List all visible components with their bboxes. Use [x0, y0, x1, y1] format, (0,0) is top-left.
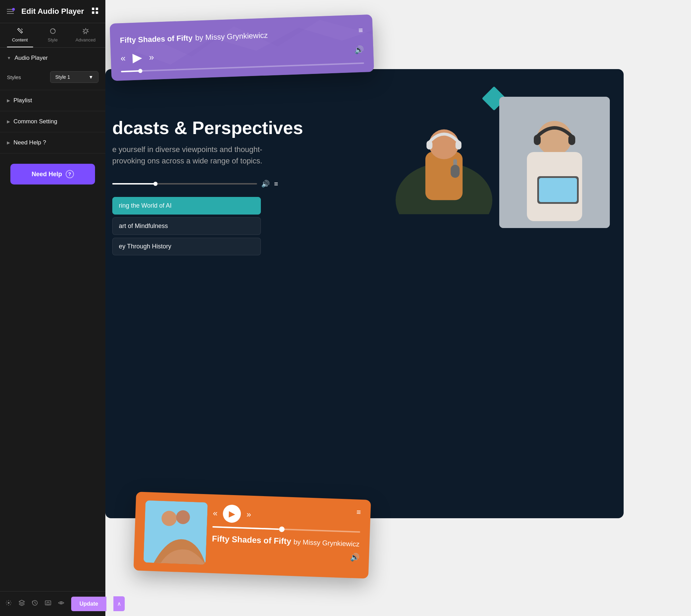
advanced-tab-label: Advanced: [76, 37, 96, 42]
need-help-section: ▶ Need Help ?: [0, 132, 105, 153]
need-help-arrow: ▶: [7, 140, 10, 145]
history-icon[interactable]: [32, 600, 38, 608]
orange-progress-fill: [212, 526, 279, 530]
play-button[interactable]: ▶: [132, 50, 142, 65]
need-help-btn-label: Need Help: [31, 171, 62, 178]
style-tab-label: Style: [48, 37, 58, 42]
playlist-item[interactable]: art of Mindfulness: [112, 217, 261, 235]
svg-rect-22: [92, 11, 94, 14]
common-setting-section: ▶ Common Setting: [0, 111, 105, 132]
tab-style[interactable]: Style: [36, 23, 69, 47]
svg-rect-4: [455, 141, 461, 150]
svg-rect-20: [92, 8, 94, 10]
layers-icon[interactable]: [19, 600, 25, 608]
svg-rect-10: [534, 135, 541, 145]
playlist-section-label: Playlist: [13, 97, 32, 104]
purple-menu-icon[interactable]: ≡: [358, 26, 363, 35]
playlist-toggle-icon[interactable]: ≡: [274, 180, 278, 188]
tab-content[interactable]: Content: [3, 23, 36, 47]
tab-advanced[interactable]: Advanced: [69, 23, 102, 47]
svg-rect-6: [451, 165, 460, 178]
playlist-container: ring the World of AI art of Mindfulness …: [112, 197, 261, 258]
svg-rect-3: [426, 141, 432, 150]
settings-icon[interactable]: [6, 600, 12, 608]
volume-button[interactable]: 🔊: [354, 45, 364, 55]
dropdown-arrow: ▼: [88, 74, 93, 80]
content-tab-label: Content: [12, 37, 28, 42]
sidebar: Edit Audio Player Content: [0, 0, 105, 616]
orange-play-button[interactable]: ▶: [223, 504, 242, 523]
playlist-arrow: ▶: [7, 98, 10, 103]
svg-point-25: [8, 602, 10, 604]
audio-player-section-header[interactable]: ▼ Audio Player: [0, 48, 105, 68]
purple-player-card: ≡ Fifty Shades of Fifty by Missy Grynkie…: [110, 15, 374, 81]
orange-player-card: ≡ « ▶ » Fifty Shades of Fifty by Missy G…: [133, 492, 371, 579]
styles-row: Styles Style 1 ▼: [7, 71, 98, 83]
podcast-title: dcasts & Perspectives: [112, 117, 303, 138]
podcast-subtitle: e yourself in diverse viewpoints and tho…: [112, 144, 285, 167]
orange-progress-bar[interactable]: [212, 526, 360, 533]
sidebar-bottom-toolbar: Update ∧: [0, 591, 105, 616]
advanced-tab-icon: [83, 28, 89, 36]
need-help-question-icon: ?: [66, 170, 74, 178]
svg-rect-21: [96, 8, 98, 10]
need-help-section-header[interactable]: ▶ Need Help ?: [0, 132, 105, 153]
need-help-button[interactable]: Need Help ?: [10, 164, 95, 184]
svg-rect-11: [568, 135, 575, 145]
dark-content-area: dcasts & Perspectives e yourself in dive…: [105, 69, 624, 518]
audio-player-arrow: ▼: [7, 56, 11, 60]
svg-rect-27: [45, 601, 51, 605]
common-setting-arrow: ▶: [7, 119, 10, 124]
podcast-text-area: dcasts & Perspectives e yourself in dive…: [112, 117, 303, 177]
styles-dropdown[interactable]: Style 1 ▼: [50, 71, 98, 83]
hamburger-menu-icon[interactable]: [7, 9, 14, 14]
svg-rect-23: [96, 11, 98, 14]
orange-volume-icon[interactable]: 🔊: [211, 548, 360, 562]
orange-controls-row: « ▶ »: [212, 504, 361, 527]
playlist-section: ▶ Playlist: [0, 90, 105, 111]
svg-rect-28: [47, 602, 49, 605]
sidebar-tabs: Content Style Advanced: [0, 23, 105, 48]
sidebar-header: Edit Audio Player: [0, 0, 105, 23]
person-left-image: [396, 97, 492, 214]
audio-player-section-label: Audio Player: [15, 55, 48, 61]
orange-track-title: Fifty Shades of Fifty by Missy Grynkiewi…: [212, 533, 360, 549]
orange-album-art: [143, 500, 208, 565]
styles-label: Styles: [7, 74, 21, 80]
orange-progress-dot: [279, 527, 285, 532]
audio-player-section: ▼ Audio Player Styles Style 1 ▼: [0, 48, 105, 90]
playlist-item[interactable]: ey Through History: [112, 238, 261, 255]
progress-fill: [112, 183, 156, 184]
purple-controls: « ▶ » 🔊: [120, 42, 364, 66]
content-tab-icon: [17, 28, 23, 36]
orange-player-info: ≡ « ▶ » Fifty Shades of Fifty by Missy G…: [211, 503, 361, 562]
playlist-section-header[interactable]: ▶ Playlist: [0, 90, 105, 111]
forward-button[interactable]: »: [149, 51, 154, 62]
audio-player-section-content: Styles Style 1 ▼: [0, 71, 105, 90]
style-tab-icon: [50, 28, 56, 36]
svg-rect-13: [539, 178, 577, 202]
common-setting-section-header[interactable]: ▶ Common Setting: [0, 111, 105, 132]
orange-menu-icon[interactable]: ≡: [356, 508, 361, 517]
sidebar-title: Edit Audio Player: [21, 7, 84, 16]
common-setting-label: Common Setting: [13, 118, 57, 125]
grid-icon[interactable]: [92, 7, 98, 16]
rewind-button[interactable]: «: [120, 53, 126, 63]
person-right-image: [499, 97, 610, 228]
playlist-item[interactable]: ring the World of AI: [112, 197, 261, 215]
svg-point-29: [60, 602, 62, 604]
audio-progress-area[interactable]: 🔊 ≡: [112, 180, 278, 188]
volume-icon[interactable]: 🔊: [261, 180, 270, 188]
responsive-icon[interactable]: [45, 600, 51, 608]
eye-icon[interactable]: [58, 600, 64, 608]
update-chevron-button[interactable]: ∧: [113, 596, 125, 611]
progress-track[interactable]: [112, 183, 257, 184]
need-help-section-label: Need Help ?: [13, 139, 46, 146]
orange-forward-button[interactable]: »: [246, 509, 251, 519]
update-button[interactable]: Update: [71, 597, 106, 611]
orange-rewind-button[interactable]: «: [213, 508, 218, 518]
